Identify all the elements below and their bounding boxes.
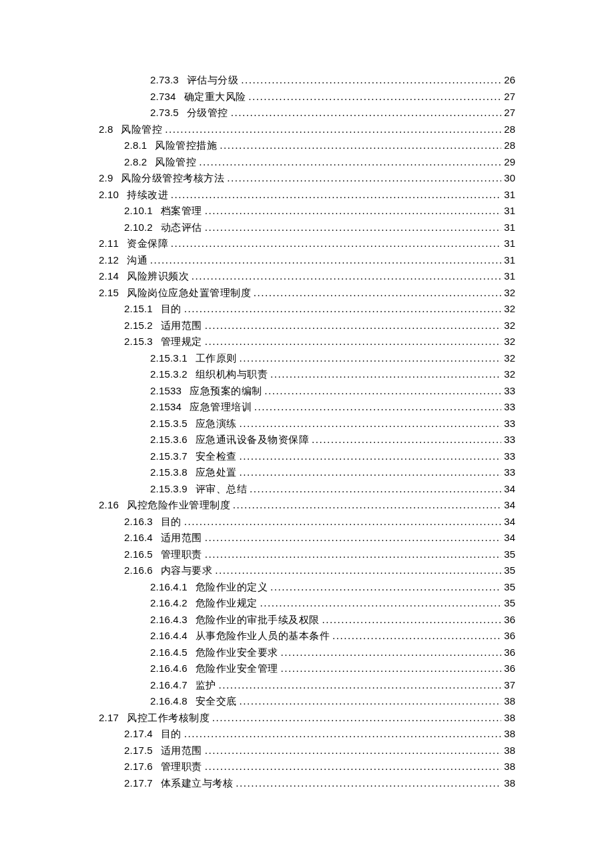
toc-title: 风险岗位应急处置管理制度 [127, 285, 251, 302]
toc-leader-dots [205, 546, 501, 563]
toc-number: 2.12 [99, 252, 119, 269]
toc-page-number: 31 [504, 187, 515, 203]
toc-title: 风控危险作业管理制度 [127, 497, 230, 514]
toc-number: 2.15.3.8 [150, 464, 188, 481]
toc-entry: 2.1533应急预案的编制33 [99, 383, 515, 400]
toc-leader-dots [322, 612, 501, 628]
toc-page-number: 32 [504, 285, 515, 302]
toc-title: 管理职责 [161, 546, 202, 563]
toc-leader-dots [231, 105, 501, 121]
toc-page-number: 35 [504, 562, 515, 579]
toc-number: 2.15.3.1 [150, 350, 188, 367]
toc-entry: 2.73.3评估与分级26 [99, 72, 515, 89]
toc-title: 内容与要求 [161, 562, 213, 579]
toc-entry: 2.16.4.6危险作业安全管理36 [99, 661, 515, 677]
toc-page-number: 33 [504, 464, 515, 481]
toc-leader-dots [199, 154, 501, 171]
toc-leader-dots [215, 562, 501, 579]
toc-number: 2.17.5 [124, 743, 153, 759]
toc-title: 风险管控 [121, 121, 162, 138]
toc-title: 档案管理 [161, 203, 202, 220]
toc-leader-dots [270, 579, 501, 596]
toc-leader-dots [227, 170, 501, 187]
toc-page-number: 35 [504, 546, 515, 563]
toc-page-number: 26 [504, 72, 515, 89]
toc-leader-dots [254, 285, 501, 302]
toc-leader-dots [240, 448, 501, 465]
toc-page-number: 31 [504, 203, 515, 220]
toc-leader-dots [184, 301, 501, 318]
toc-number: 2.1534 [150, 399, 182, 416]
toc-entry: 2.17.6管理职责38 [99, 759, 515, 775]
toc-title: 风控工作考核制度 [127, 710, 210, 727]
toc-entry: 2.17风控工作考核制度38 [99, 710, 515, 727]
toc-page-number: 38 [504, 710, 515, 727]
toc-page-number: 36 [504, 661, 515, 677]
toc-title: 工作原则 [196, 350, 237, 367]
toc-entry: 2.8.2风险管控29 [99, 154, 515, 171]
toc-number: 2.73.3 [150, 72, 179, 89]
toc-number: 2.16.3 [124, 514, 153, 530]
toc-title: 应急处置 [196, 464, 237, 481]
toc-entry: 2.16.4.5危险作业安全要求36 [99, 644, 515, 661]
toc-number: 2.8.2 [124, 154, 147, 171]
toc-title: 应急管理培训 [190, 399, 252, 416]
toc-page-number: 32 [504, 318, 515, 334]
toc-entry: 2.16.3目的34 [99, 514, 515, 530]
toc-title: 适用范围 [161, 318, 202, 334]
toc-title: 资金保障 [127, 236, 168, 252]
toc-title: 安全交底 [196, 693, 237, 710]
toc-entry: 2.14风险辨识频次31 [99, 268, 515, 285]
toc-page-number: 28 [504, 137, 515, 154]
toc-number: 2.10.1 [124, 203, 153, 220]
toc-title: 危险作业规定 [196, 595, 258, 612]
toc-number: 2.17.7 [124, 775, 153, 792]
toc-leader-dots [312, 432, 501, 448]
toc-number: 2.11 [99, 236, 119, 252]
toc-leader-dots [332, 628, 501, 644]
toc-title: 管理职责 [161, 759, 202, 775]
toc-number: 2.15.3.6 [150, 432, 188, 448]
toc-number: 2.15.3 [124, 334, 153, 350]
toc-entry: 2.15.1目的32 [99, 301, 515, 318]
toc-leader-dots [265, 383, 502, 400]
toc-number: 2.15.3.2 [150, 366, 188, 383]
toc-page-number: 36 [504, 644, 515, 661]
toc-number: 2.17.4 [124, 726, 153, 743]
toc-title: 风险管控措施 [155, 137, 217, 154]
toc-title: 从事危险作业人员的基本条件 [196, 628, 330, 644]
toc-number: 2.15.3.7 [150, 448, 188, 465]
toc-page-number: 34 [504, 530, 515, 546]
toc-entry: 2.12沟通31 [99, 252, 515, 269]
toc-page-number: 32 [504, 301, 515, 318]
toc-number: 2.15.2 [124, 318, 153, 334]
toc-number: 2.16.4.8 [150, 693, 188, 710]
toc-title: 评审、总结 [196, 481, 248, 498]
toc-title: 组织机构与职责 [196, 366, 268, 383]
toc-title: 适用范围 [161, 530, 202, 546]
toc-leader-dots [281, 661, 501, 677]
toc-entry: 2.16.4.3危险作业的审批手续及权限36 [99, 612, 515, 628]
toc-leader-dots [240, 350, 501, 367]
toc-page-number: 35 [504, 595, 515, 612]
toc-entry: 2.11资金保障31 [99, 236, 515, 252]
toc-page-number: 33 [504, 399, 515, 416]
toc-entry: 2.15.3.9评审、总结34 [99, 481, 515, 498]
toc-title: 危险作业安全管理 [196, 661, 278, 677]
toc-entry: 2.15.3管理规定32 [99, 334, 515, 350]
toc-number: 2.16.5 [124, 546, 153, 563]
toc-title: 监护 [196, 677, 216, 694]
toc-entry: 2.8风险管控28 [99, 121, 515, 138]
toc-number: 2.16.4.5 [150, 644, 188, 661]
toc-entry: 2.17.7体系建立与考核38 [99, 775, 515, 792]
toc-title: 风险辨识频次 [127, 268, 189, 285]
toc-page-number: 31 [504, 220, 515, 236]
toc-entry: 2.10.2动态评估31 [99, 220, 515, 236]
toc-leader-dots [205, 334, 501, 350]
toc-page-number: 36 [504, 628, 515, 644]
table-of-contents: 2.73.3评估与分级262.734确定重大风险272.73.5分级管控272.… [99, 72, 515, 791]
toc-title: 确定重大风险 [184, 89, 246, 105]
toc-entry: 2.15.2适用范围32 [99, 318, 515, 334]
toc-page-number: 33 [504, 383, 515, 400]
toc-leader-dots [212, 710, 501, 727]
